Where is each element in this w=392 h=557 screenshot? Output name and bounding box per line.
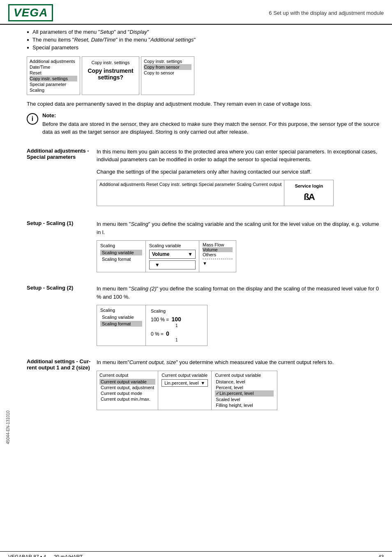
- scaling2-0row: 0 % = 0: [151, 330, 202, 337]
- doc-id: 45044-EN-131010: [6, 411, 10, 444]
- company-logo: VEGA: [8, 4, 53, 21]
- service-left-box: Additional adjustments Reset Copy instr.…: [97, 180, 284, 206]
- special-parameters-content: In this menu item you gain access to the…: [97, 148, 384, 212]
- copy-instrument-big: Copy instrumentsettings?: [86, 67, 135, 81]
- copy-from-sensor: Copy from sensor: [144, 64, 191, 70]
- copy-center-box: Copy instr. settings Copy instrumentsett…: [82, 56, 139, 95]
- scaling1-left: Scaling Scaling variable Scaling format: [97, 240, 146, 272]
- current-mid-box: Current output variable Lin.percent, lev…: [158, 371, 212, 410]
- current-dropdown-arrow: ▼: [201, 381, 205, 385]
- note-text: Before the data are stored in the sensor…: [42, 120, 384, 136]
- current-distance: Distance, level: [215, 379, 274, 385]
- current-label-2: rent output 1 and 2 (size): [27, 364, 97, 371]
- special-para2: Change the settings of the special param…: [97, 168, 384, 176]
- note-icon: i: [27, 113, 38, 125]
- menu-date: Date/Time: [30, 64, 77, 70]
- menu-title: Additional adjustments: [30, 58, 77, 64]
- scaling1-title: Setup - Scaling (1): [27, 220, 97, 226]
- header-title: 6 Set up with the display and adjustment…: [269, 10, 384, 16]
- copied-data-text: The copied data are permanently saved in…: [27, 100, 384, 108]
- menu-scaling: Scaling: [30, 87, 77, 93]
- left-margin: 45044-EN-131010: [0, 25, 21, 543]
- main-content: All parameters of the menu "Setup" and "…: [21, 25, 392, 543]
- current-variable-title: Current output variable: [161, 373, 208, 378]
- svc-special: Special parameter: [199, 182, 235, 187]
- footer-left: VEGABAR 87 • 4 … 20 mA/HART: [8, 554, 83, 557]
- scaling2-0val: 0: [166, 330, 169, 337]
- scaling-title: Scaling: [100, 243, 142, 248]
- scaling2-values: Scaling 100 % = 100 1 0 % = 0 1: [146, 305, 208, 346]
- special-parameters-label: Additional adjustments - Special paramet…: [27, 148, 97, 212]
- scaling-dropdown2[interactable]: ▼: [149, 260, 196, 269]
- dropdown2-arrow: ▼: [155, 262, 160, 268]
- scaling2-100row: 100 % = 100: [151, 316, 202, 323]
- scaling2-100val: 100: [171, 316, 181, 323]
- note-content: Note: Before the data are stored in the …: [42, 112, 384, 140]
- menu-reset: Reset: [30, 70, 77, 76]
- bullet-1: All parameters of the menu "Setup" and "…: [27, 29, 384, 35]
- scaling1-para: In menu item "Scaling" you define the sc…: [97, 220, 384, 236]
- flow-item: Flow: [214, 242, 224, 247]
- svc-adjustments: Additional adjustments: [99, 182, 145, 187]
- scaling1-content: In menu item "Scaling" you define the sc…: [97, 220, 384, 276]
- current-mode-item: Current output mode: [99, 390, 155, 396]
- special-para1: In this menu item you gain access to the…: [97, 148, 384, 164]
- scaling2-label: Setup - Scaling (2): [27, 285, 97, 350]
- scaling2-0label: 0 % =: [151, 331, 164, 337]
- dropdown2-value: [152, 262, 153, 268]
- scaling2-title: Setup - Scaling (2): [27, 285, 97, 291]
- others-item: Others: [203, 252, 216, 257]
- scaling2-0sub: 1: [175, 338, 202, 342]
- bullet-2: The menu items "Reset, Date/Time" in the…: [27, 37, 384, 43]
- scaling1-center: Scaling variable Volume ▼ ▼: [146, 240, 199, 272]
- service-diagram: Additional adjustments Reset Copy instr.…: [97, 180, 384, 206]
- current-dropdown-val: Lin.percent, level: [164, 381, 198, 385]
- svc-current: Current output: [253, 182, 281, 187]
- current-variable-dropdown[interactable]: Lin.percent, level ▼: [161, 379, 208, 387]
- copy-diagram: Additional adjustments Date/Time Reset C…: [27, 56, 384, 95]
- current-label-1: Additional settings - Cur-: [27, 358, 97, 364]
- current-output-title: Current output: [99, 373, 155, 378]
- copy-right-box: Copy instr. settings Copy from sensor Co…: [141, 56, 194, 95]
- service-icon: ßA: [291, 192, 327, 202]
- mass-item: Mass: [203, 242, 213, 247]
- scaling1-label: Setup - Scaling (1): [27, 220, 97, 276]
- scaling-volume-dropdown[interactable]: Volume ▼: [149, 250, 196, 259]
- current-output-section: Additional settings - Cur- rent output 1…: [27, 358, 384, 410]
- scaling2-100sub: 1: [175, 323, 202, 328]
- scaling1-section: Setup - Scaling (1) In menu item "Scalin…: [27, 220, 384, 276]
- scaling2-format-item: Scaling format: [100, 321, 142, 327]
- current-right-title: Current output variable: [215, 373, 274, 378]
- current-right-box: Current output variable Distance, level …: [212, 371, 277, 410]
- scaling2-left: Scaling Scaling variable Scaling format: [97, 305, 146, 346]
- current-percent: Percent, level: [215, 385, 274, 390]
- current-scaled: Scaled level: [215, 397, 274, 402]
- scaling-variable-item: Scaling variable: [100, 250, 142, 255]
- service-login-label: Service login: [291, 183, 327, 188]
- page-footer: VEGABAR 87 • 4 … 20 mA/HART 43: [0, 551, 392, 557]
- note-section: i Note: Before the data are stored in th…: [27, 112, 384, 140]
- scaling2-content: In menu item "Scaling (2)" you define th…: [97, 285, 384, 350]
- copy-left-box: Additional adjustments Date/Time Reset C…: [27, 56, 80, 95]
- current-linpercent: ✓Lin.percent, level: [215, 390, 274, 397]
- scroll-arrow: ▼: [203, 261, 207, 266]
- special-parameters-section: Additional adjustments - Special paramet…: [27, 148, 384, 212]
- footer-right: 43: [378, 554, 384, 557]
- copy-instr-label2: Copy instr. settings: [144, 58, 191, 64]
- scaling1-diagram: Scaling Scaling variable Scaling format …: [97, 240, 384, 272]
- scaling2-variable-item: Scaling variable: [100, 314, 142, 320]
- copy-to-sensor: Copy to sensor: [144, 70, 191, 76]
- scaling2-para: In menu item "Scaling (2)" you define th…: [97, 285, 384, 301]
- svc-scaling: Scaling: [237, 182, 251, 187]
- copy-instr-label: Copy instr. settings: [86, 60, 135, 65]
- current-adjustment-item: Current output, adjustment: [99, 385, 155, 390]
- volume-item: Volume: [203, 247, 233, 252]
- current-left-box: Current output Current output variable C…: [97, 371, 158, 410]
- scaling2-100label: 100 % =: [151, 317, 169, 323]
- scaling2-section: Setup - Scaling (2) In menu item "Scalin…: [27, 285, 384, 350]
- current-filling: Filling height, level: [215, 402, 274, 408]
- current-minmax-item: Current output min./max.: [99, 396, 155, 402]
- current-output-content: In menu item"Current output, size" you d…: [97, 358, 384, 410]
- special-label-2: Special parameters: [27, 154, 97, 160]
- special-label-1: Additional adjustments -: [27, 148, 97, 154]
